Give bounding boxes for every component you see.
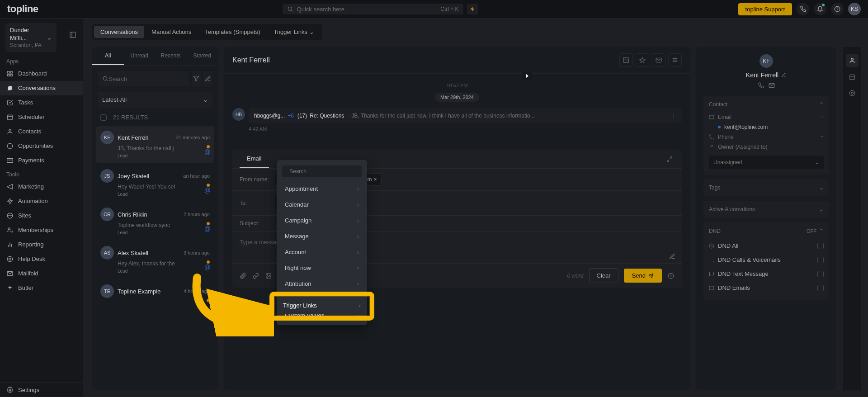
tab-manual-actions[interactable]: Manual Actions xyxy=(145,26,198,38)
dropdown-search-input[interactable] xyxy=(289,168,357,175)
dd-right-now[interactable]: Right now› xyxy=(278,260,365,276)
nav-butler[interactable]: Butler xyxy=(0,281,83,295)
conversations-panel: All Unread Recents Starred Latest-All ⌄ xyxy=(92,47,218,390)
message-row[interactable]: HB hboggs@g... +6 (17) Re: Questions - J… xyxy=(232,108,682,123)
conv-time: an hour ago xyxy=(183,173,210,179)
more-button[interactable] xyxy=(668,53,682,67)
dnd-checkbox[interactable] xyxy=(817,257,824,263)
nav-scheduler[interactable]: Scheduler xyxy=(0,110,83,124)
link-button[interactable] xyxy=(252,272,259,279)
conv-item[interactable]: CRChris Riklin2 hours ago Topline workfl… xyxy=(96,203,214,240)
expand-button[interactable] xyxy=(665,154,675,164)
dd-account[interactable]: Account› xyxy=(278,244,365,260)
conv-item[interactable]: TETopline Example4 hours ago xyxy=(96,280,214,302)
dd-trigger-links[interactable]: Trigger Links› xyxy=(277,297,367,314)
panel-toggle[interactable] xyxy=(67,29,78,40)
add-phone[interactable]: + xyxy=(821,134,824,140)
conv-item[interactable]: ASAlex Skatell3 hours ago Hey Alex, than… xyxy=(96,241,214,278)
nav-settings[interactable]: Settings xyxy=(0,382,83,397)
nav-reporting[interactable]: Reporting xyxy=(0,237,83,252)
support-button[interactable]: topline Support xyxy=(738,3,792,15)
dropdown-search[interactable] xyxy=(282,165,362,177)
nav-mailfold[interactable]: Mailfold xyxy=(0,266,83,281)
timestamp: 10:57 PM xyxy=(232,83,682,88)
conv-search[interactable] xyxy=(98,71,189,86)
conv-item[interactable]: JSJoey Skatellan hour ago Hey Wade! Yes!… xyxy=(96,165,214,201)
dnd-checkbox[interactable] xyxy=(817,271,824,277)
conv-tag: Lead xyxy=(118,230,210,235)
section-automations-header[interactable]: Active Automations⌄ xyxy=(709,206,824,213)
image-button[interactable] xyxy=(265,272,272,279)
compose-button[interactable] xyxy=(203,71,212,86)
attach-button[interactable] xyxy=(240,272,247,279)
conv-item[interactable]: KFKent Ferrell31 minutes ago JB, Thanks … xyxy=(96,126,214,163)
star-button[interactable] xyxy=(636,53,649,67)
dnd-checkbox[interactable] xyxy=(817,285,824,291)
org-selector[interactable]: Dunder Miffli... Scranton, PA ⌄ xyxy=(5,23,57,52)
dd-attribution[interactable]: Attribution› xyxy=(278,276,365,292)
nav-opportunities[interactable]: Opportunities xyxy=(0,139,83,153)
nav-sites[interactable]: Sites xyxy=(0,208,83,223)
contact-panel: KF Kent Ferrell Contact⌃ Email+ kent@top… xyxy=(696,47,836,390)
nav-tasks[interactable]: Tasks xyxy=(0,95,83,110)
nav-automation[interactable]: Automation xyxy=(0,194,83,208)
msg-menu[interactable]: ⋮ xyxy=(671,113,676,119)
conv-tab-all[interactable]: All xyxy=(92,47,124,65)
nav-memberships[interactable]: Memberships xyxy=(0,223,83,237)
phone-icon[interactable] xyxy=(758,82,764,89)
bolt-button[interactable] xyxy=(467,4,478,14)
clear-button[interactable]: Clear xyxy=(589,268,618,283)
filter-button[interactable] xyxy=(192,71,201,86)
dnd-checkbox[interactable] xyxy=(817,243,824,249)
conv-time: 2 hours ago xyxy=(184,212,210,217)
owner-select[interactable]: Unassigned⌄ xyxy=(709,156,824,169)
dd-label: Campaign xyxy=(285,217,311,224)
section-tags-header[interactable]: Tags⌄ xyxy=(709,184,824,191)
nav-conversations[interactable]: Conversations xyxy=(0,81,83,95)
mail-icon[interactable] xyxy=(769,82,775,89)
section-contact-header[interactable]: Contact⌃ xyxy=(709,101,824,108)
conv-tab-starred[interactable]: Starred xyxy=(187,47,218,65)
rail-target[interactable] xyxy=(846,87,859,99)
close-icon[interactable]: × xyxy=(373,176,377,183)
edit-body-button[interactable] xyxy=(669,253,675,260)
dd-calendar[interactable]: Calendar› xyxy=(278,197,365,213)
mail-button[interactable] xyxy=(652,53,665,67)
rail-calendar[interactable] xyxy=(846,71,859,83)
nav-contacts[interactable]: Contacts xyxy=(0,124,83,139)
conv-tab-unread[interactable]: Unread xyxy=(124,47,156,65)
tab-templates[interactable]: Templates (Snippets) xyxy=(198,26,266,38)
help-button[interactable] xyxy=(831,3,844,15)
rail-contact[interactable] xyxy=(846,54,859,67)
dd-campaign[interactable]: Campaign› xyxy=(278,213,365,228)
tab-conversations[interactable]: Conversations xyxy=(94,26,144,38)
composer-tab-email[interactable]: Email xyxy=(240,150,269,168)
notifications-button[interactable] xyxy=(814,3,826,15)
tab-trigger-links[interactable]: Trigger Links ⌄ xyxy=(267,26,321,38)
send-button[interactable]: Send xyxy=(624,269,662,283)
select-all-checkbox[interactable] xyxy=(100,114,107,121)
nav-payments[interactable]: Payments xyxy=(0,153,83,168)
phone-button[interactable] xyxy=(797,3,809,15)
pencil-icon[interactable] xyxy=(781,72,787,78)
schedule-button[interactable] xyxy=(667,272,675,279)
sort-select[interactable]: Latest-All ⌄ xyxy=(98,92,212,108)
avatar: CR xyxy=(100,208,114,221)
nav-label: Memberships xyxy=(18,227,53,233)
svg-rect-3 xyxy=(70,32,75,38)
nav-label: Dashboard xyxy=(18,70,47,77)
section-dnd-header[interactable]: DNDOFF⌃ xyxy=(709,228,824,234)
nav-marketing[interactable]: Marketing xyxy=(0,180,83,194)
nav-helpdesk[interactable]: Help Desk xyxy=(0,252,83,266)
next-button[interactable] xyxy=(522,71,533,81)
archive-button[interactable] xyxy=(619,53,633,67)
conv-search-input[interactable] xyxy=(108,76,184,82)
user-avatar[interactable]: KS xyxy=(848,3,861,15)
conv-tab-recents[interactable]: Recents xyxy=(155,47,187,65)
nav-dashboard[interactable]: Dashboard xyxy=(0,66,83,81)
dd-message[interactable]: Message› xyxy=(278,228,365,244)
global-search[interactable]: Quick search here Ctrl + K xyxy=(283,4,463,14)
dd-appointment[interactable]: Appointment› xyxy=(278,181,365,197)
active-dot xyxy=(718,126,721,128)
add-email[interactable]: + xyxy=(821,114,824,120)
